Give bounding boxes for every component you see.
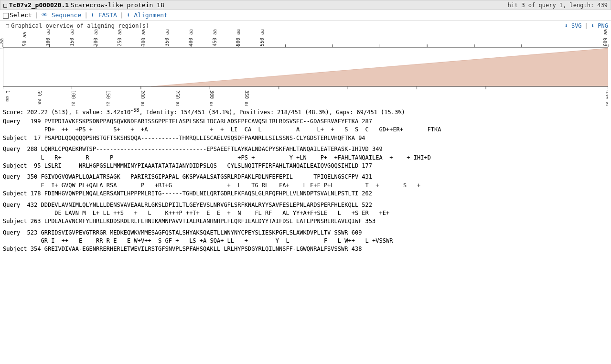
chart-container: 1 aa 50 aa 100 aa 150 aa 200 aa 250 aa 3… [0,31,611,106]
png-label: PNG [598,22,608,29]
sep1: | [35,11,39,19]
checkbox-icon [3,13,9,19]
score-line: Score: 202.22 (513), E value: 3.42x10-58… [0,106,611,118]
score-text: Score: 202.22 (513), E value: 3.42x10-58… [3,109,405,116]
alignment-dl-icon: ⬇ [127,11,130,19]
alignment-label: Alignment [134,11,167,19]
protein-id: Tc07v2_p000020.1 [9,1,69,9]
svg-download[interactable]: ⬇ SVG [564,22,581,29]
query-row-4: Query 432 DDDEVLAVNIMLQLYNLLLDENSVAVEAAL… [3,201,608,209]
ruler-top-label-11: 550 aa [259,29,265,46]
protein-name: Scarecrow-like protein 18 [71,1,164,9]
sequence-link[interactable]: 👁 Sequence [42,11,81,19]
ruler-top-label-12: 609 aa [603,29,608,46]
ruler-top-label-4: 200 aa [93,29,98,46]
main-chart [3,48,608,86]
aln-group-5: Query 523 GRRIDSVIGVPEVGTRRGR MEDKEQWKVM… [3,229,608,254]
aln-group-1: Query 199 PVTPDIAVKESKPSDNPPAQSQVKNDEARI… [3,118,608,142]
aln-group-4: Query 432 DDDEVLAVNIMLQLYNLLLDENSVAVEAAL… [3,201,608,226]
ruler-bottom: 1 aa 50 aa 100 aa 150 aa 200 aa 250 aa 3… [3,86,608,106]
alignment-link[interactable]: ⬇ Alignment [127,11,168,19]
graphical-overview-label: Graphical overview of aligning region(s) [11,22,149,29]
sequence-label: Sequence [52,11,82,19]
subject-row-3: Subject 178 FDIMHGVQWPPLMQALAERSANTLHPPP… [3,190,608,198]
fasta-label: FASTA [98,11,117,19]
chart-svg [3,48,608,86]
png-download[interactable]: ⬇ PNG [591,22,608,29]
middle-row-1: PD+ ++ +PS + S+ + +A + + LI CA L A L+ + … [3,126,608,134]
header-bar: □ Tc07v2_p000020.1 Scarecrow-like protei… [0,0,611,10]
png-dl-icon: ⬇ [591,22,594,29]
subject-row-4: Subject 263 LPDEALAVNCMFYLHRLLKDDSRDLRLF… [3,217,608,225]
sep2: | [84,11,88,19]
ruler-top-label-5: 250 aa [117,29,122,46]
ruler-top-label-3: 150 aa [69,29,75,46]
query-row-2: Query 288 LQNRLCPQAEKRWTSP--------------… [3,145,608,153]
ruler-top-label-8: 400 aa [188,29,193,46]
middle-row-2: L R+ R P +PS + Y +LN P+ +FAHLTANQAILEA +… [3,154,608,162]
ruler-top: 1 aa 50 aa 100 aa 150 aa 200 aa 250 aa 3… [3,31,608,48]
query-row-1: Query 199 PVTPDIAVKESKPSDNPPAQSQVKNDEARI… [3,118,608,126]
query-row-3: Query 350 FGIVQGVQWAPLLQALATRSAGK---PARI… [3,173,608,181]
ruler-top-label-9: 450 aa [212,29,217,46]
ruler-top-label-7: 350 aa [164,29,170,46]
ruler-top-label-6: 300 aa [141,29,146,46]
ruler-bot-label-0: 1 aa [5,90,11,102]
select-label: Select [10,11,32,19]
graphical-label: □ Graphical overview of aligning region(… [3,21,152,30]
ruler-top-label-10: 500 aa [236,29,241,46]
ruler-bottom-svg: 1 aa 50 aa 100 aa 150 aa 200 aa 250 aa 3… [3,86,608,106]
ruler-bot-label-5: 250 aa [175,90,180,106]
subject-row-2: Subject 95 LSLRI-----NRLHGPGSLLMMMNINYPI… [3,162,608,170]
subject-row-5: Subject 354 GREIVDIVAA-EGENRRERHERLETWEV… [3,245,608,253]
graphical-collapse-icon[interactable]: □ [6,22,9,29]
ruler-bot-label-6: 300 aa [209,90,214,106]
eye-icon: 👁 [42,11,48,19]
subject-row-1: Subject 17 PSAPDLQQQQQQPSHSTGFTSKSHSQQA-… [3,134,608,142]
ruler-bot-label-2: 100 aa [71,90,76,106]
download-buttons: ⬇ SVG | ⬇ PNG [564,22,608,29]
hit-polygon [151,48,608,86]
header-left: □ Tc07v2_p000020.1 Scarecrow-like protei… [3,1,164,9]
collapse-icon[interactable]: □ [3,1,7,9]
fasta-link[interactable]: ⬇ FASTA [91,11,117,19]
hit-info: hit 3 of query 1, length: 439 [507,2,608,9]
select-checkbox[interactable]: Select [3,11,32,19]
ruler-bot-label-4: 200 aa [140,90,145,106]
aln-group-2: Query 288 LQNRLCPQAEKRWTSP--------------… [3,145,608,170]
sep4: | [585,22,588,29]
sep3: | [120,11,124,19]
ruler-bot-label-1: 50 aa [37,90,42,105]
toolbar: Select | 👁 Sequence | ⬇ FASTA | ⬇ Alignm… [0,10,611,21]
alignment-block: Query 199 PVTPDIAVKESKPSDNPPAQSQVKNDEARI… [0,118,611,254]
score-exponent: -58 [130,107,139,113]
header-right: hit 3 of query 1, length: 439 [507,2,608,9]
ruler-top-label-2: 100 aa [45,29,51,46]
ruler-bot-label-3: 150 aa [106,90,111,106]
toolbar-left: Select | 👁 Sequence | ⬇ FASTA | ⬇ Alignm… [3,11,168,19]
ruler-top-label-1: 50 aa [22,32,27,46]
middle-row-4: DE LAVN M L+ LL ++S + L K+++P ++T+ E E +… [3,209,608,217]
graphical-header: □ Graphical overview of aligning region(… [0,21,611,30]
ruler-top-svg: 1 aa 50 aa 100 aa 150 aa 200 aa 250 aa 3… [3,31,608,48]
svg-dl-icon: ⬇ [564,22,568,29]
aln-group-3: Query 350 FGIVQGVQWAPLLQALATRSAGK---PARI… [3,173,608,198]
ruler-bot-label-8: 439 aa [605,90,608,106]
svg-label: SVG [571,22,582,29]
middle-row-5: GR I ++ E RR R E E W+V++ S GF + LS +A SQ… [3,237,608,245]
query-row-5: Query 523 GRRIDSVIGVPEVGTRRGR MEDKEQWKVM… [3,229,608,237]
ruler-bot-label-7: 350 aa [244,90,249,106]
middle-row-3: F I+ GVQW PL+QALA RSA P +RI+G + L TG RL … [3,182,608,190]
fasta-dl-icon: ⬇ [91,11,95,19]
